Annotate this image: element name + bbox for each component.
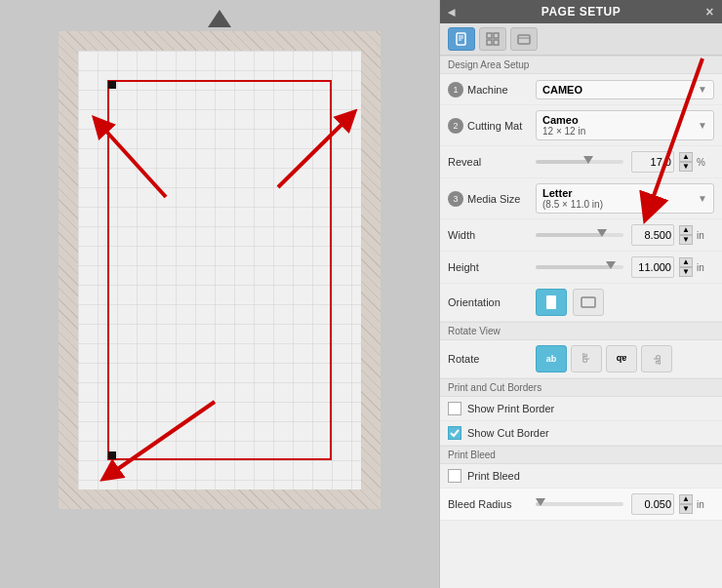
show-print-border-checkbox[interactable] [448,402,461,415]
print-bleed-label: Print Bleed [467,470,520,482]
reveal-spin-up[interactable]: ▲ [679,152,693,162]
svg-rect-12 [518,35,530,44]
orientation-row: Orientation [440,284,722,322]
show-cut-border-checkbox[interactable] [448,426,461,440]
scroll-up-arrow[interactable] [208,10,231,27]
bleed-radius-value[interactable]: 0.050 [631,493,674,515]
machine-dropdown[interactable]: CAMEO ▼ [536,80,714,99]
cutting-mat-dropdown[interactable]: Cameo 12 × 12 in ▼ [536,110,714,140]
height-row: Height 11.000 ▲ ▼ in [440,252,722,284]
height-slider[interactable] [536,265,623,269]
show-cut-border-row: Show Cut Border [440,421,722,446]
svg-text:ab: ab [581,353,590,363]
bleed-radius-spin-up[interactable]: ▲ [679,494,693,504]
orientation-control [536,289,714,316]
height-label: Height [448,261,536,273]
svg-rect-10 [487,40,492,45]
tab-grid[interactable] [479,27,506,51]
bleed-radius-spin-down[interactable]: ▼ [679,504,693,514]
svg-rect-11 [494,40,499,45]
rotate-btn-0[interactable]: ab [536,345,567,372]
orientation-landscape[interactable] [573,289,604,316]
bleed-radius-label: Bleed Radius [448,498,536,510]
media-size-badge: 3 [448,191,463,207]
svg-rect-9 [494,33,499,38]
height-spin-down[interactable]: ▼ [679,267,693,277]
reveal-spinner: ▲ ▼ [679,152,693,172]
white-page [78,51,361,490]
width-unit: in [697,230,714,241]
cutting-mat-dropdown-arrow: ▼ [698,120,707,131]
rotate-view-section-label: Rotate View [440,322,722,340]
rotate-label: Rotate [448,353,536,365]
panel-header: ◂ PAGE SETUP × [440,0,722,23]
bleed-radius-spinner: ▲ ▼ [679,494,693,514]
page-wrapper [59,31,381,509]
media-size-dropdown[interactable]: Letter (8.5 × 11.0 in) ▼ [536,183,714,214]
machine-row: 1 Machine CAMEO ▼ [440,74,722,105]
cutting-mat-control: Cameo 12 × 12 in ▼ [536,110,714,140]
reveal-value[interactable]: 17.0 [631,151,674,173]
machine-control: CAMEO ▼ [536,80,714,99]
width-value[interactable]: 8.500 [631,224,674,246]
machine-label: 1 Machine [448,82,536,98]
right-panel: ◂ PAGE SETUP × Design Area Setup 1 Machi… [439,0,722,588]
machine-dropdown-arrow: ▼ [698,84,707,95]
svg-text:ab: ab [653,355,662,365]
show-print-border-row: Show Print Border [440,397,722,421]
corner-marker-bl [108,451,116,459]
show-cut-border-label: Show Cut Border [467,427,549,439]
design-area-section-label: Design Area Setup [440,56,722,74]
width-spin-up[interactable]: ▲ [679,225,693,235]
width-spinner: ▲ ▼ [679,225,693,245]
bleed-radius-unit: in [697,499,714,510]
media-size-label: 3 Media Size [448,191,536,207]
reveal-spin-down[interactable]: ▼ [679,162,693,172]
cutting-mat-badge: 2 [448,118,463,134]
tab-page[interactable] [448,27,475,51]
height-control: 11.000 ▲ ▼ in [536,256,714,278]
machine-badge: 1 [448,82,463,98]
panel-collapse-btn[interactable]: ◂ [448,4,456,20]
reveal-slider[interactable] [536,160,623,164]
bleed-radius-slider[interactable] [536,502,623,506]
rotate-row: Rotate ab ab ab ab [440,340,722,378]
cutting-mat-label: 2 Cutting Mat [448,118,536,134]
height-unit: in [697,262,714,273]
tab-bar [440,23,722,56]
rotate-btn-90[interactable]: ab [571,345,602,372]
height-spinner: ▲ ▼ [679,257,693,277]
print-cut-section-label: Print and Cut Borders [440,378,722,397]
width-label: Width [448,229,536,241]
width-slider-thumb [597,229,607,237]
corner-marker-tl [108,81,116,89]
panel-close-btn[interactable]: × [705,4,714,20]
media-size-control: Letter (8.5 × 11.0 in) ▼ [536,183,714,214]
bleed-radius-slider-thumb [536,498,545,506]
reveal-slider-thumb [583,156,593,164]
width-row: Width 8.500 ▲ ▼ in [440,219,722,252]
reveal-control: 17.0 ▲ ▼ % [536,151,714,173]
rotate-btn-180[interactable]: ab [606,345,637,372]
width-slider[interactable] [536,233,623,237]
orientation-label: Orientation [448,296,536,308]
media-size-row: 3 Media Size Letter (8.5 × 11.0 in) ▼ [440,178,722,219]
rotate-control: ab ab ab ab [536,345,714,372]
media-size-dropdown-arrow: ▼ [698,193,707,204]
canvas-area [0,0,439,588]
width-spin-down[interactable]: ▼ [679,235,693,245]
cutting-mat-row: 2 Cutting Mat Cameo 12 × 12 in ▼ [440,105,722,146]
svg-rect-8 [487,33,492,38]
height-value[interactable]: 11.000 [631,256,674,278]
reveal-row: Reveal 17.0 ▲ ▼ % [440,146,722,178]
orientation-portrait[interactable] [536,289,567,316]
width-control: 8.500 ▲ ▼ in [536,224,714,246]
svg-rect-4 [457,33,465,45]
print-bleed-checkbox[interactable] [448,469,461,483]
reveal-label: Reveal [448,156,536,168]
tab-media[interactable] [510,27,538,51]
rotate-btn-270[interactable]: ab [641,345,672,372]
svg-rect-14 [546,295,556,309]
bleed-radius-row: Bleed Radius 0.050 ▲ ▼ in [440,489,722,521]
height-spin-up[interactable]: ▲ [679,257,693,267]
